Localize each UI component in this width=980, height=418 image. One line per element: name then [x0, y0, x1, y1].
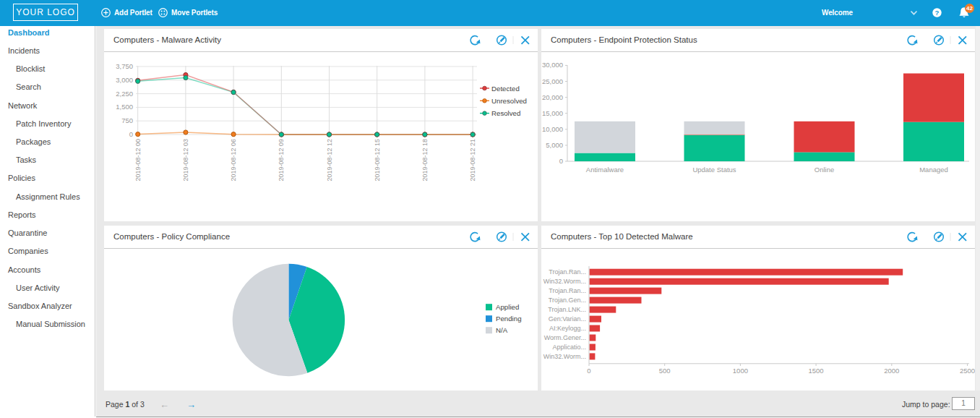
- svg-text:3,750: 3,750: [116, 62, 133, 70]
- svg-text:Antimalware: Antimalware: [586, 166, 624, 174]
- svg-text:Worm.Gener...: Worm.Gener...: [544, 334, 586, 341]
- svg-text:25,000: 25,000: [542, 77, 563, 85]
- svg-text:2019-08-12 00: 2019-08-12 00: [134, 139, 142, 182]
- svg-text:0: 0: [587, 367, 590, 375]
- svg-text:2019-08-12 09: 2019-08-12 09: [278, 139, 285, 182]
- svg-text:1,500: 1,500: [116, 103, 133, 111]
- svg-text:0: 0: [129, 130, 133, 138]
- svg-text:Unresolved: Unresolved: [491, 97, 527, 105]
- svg-text:Trojan.Gen...: Trojan.Gen...: [549, 297, 586, 304]
- svg-text:5,000: 5,000: [546, 141, 563, 149]
- svg-text:Trojan.Ran...: Trojan.Ran...: [549, 287, 586, 294]
- svg-text:Applied: Applied: [496, 303, 519, 311]
- svg-text:N/A: N/A: [496, 326, 508, 334]
- svg-text:15,000: 15,000: [542, 109, 563, 117]
- svg-text:Pending: Pending: [496, 315, 522, 323]
- svg-text:2019-08-12 12: 2019-08-12 12: [326, 139, 333, 182]
- svg-text:1000: 1000: [733, 367, 748, 375]
- svg-text:Gen:Varian...: Gen:Varian...: [549, 315, 586, 323]
- svg-text:Trojan.LNK...: Trojan.LNK...: [548, 306, 586, 313]
- svg-text:?: ?: [935, 9, 940, 17]
- svg-text:Trojan.Ran...: Trojan.Ran...: [549, 268, 586, 276]
- svg-text:AI:Keylogg...: AI:Keylogg...: [549, 325, 586, 332]
- svg-text:2000: 2000: [884, 367, 899, 375]
- svg-text:2,250: 2,250: [116, 90, 133, 98]
- svg-text:30,000: 30,000: [542, 61, 563, 69]
- svg-text:Resolved: Resolved: [491, 109, 520, 117]
- svg-text:Update Status: Update Status: [692, 166, 736, 174]
- svg-text:2019-08-12 06: 2019-08-12 06: [230, 139, 237, 182]
- svg-text:750: 750: [121, 116, 133, 124]
- svg-text:500: 500: [659, 367, 671, 375]
- svg-text:2019-08-12 21: 2019-08-12 21: [469, 139, 476, 182]
- svg-text:Detected: Detected: [491, 85, 520, 93]
- svg-text:1500: 1500: [809, 367, 824, 375]
- svg-text:2019-08-12 03: 2019-08-12 03: [182, 139, 189, 182]
- svg-text:10,000: 10,000: [542, 125, 563, 133]
- svg-text:2019-08-12 18: 2019-08-12 18: [421, 139, 429, 182]
- svg-text:2019-08-12 15: 2019-08-12 15: [374, 139, 381, 182]
- svg-text:Win32.Worm...: Win32.Worm...: [543, 278, 586, 285]
- svg-text:Managed: Managed: [919, 166, 948, 174]
- svg-text:Win32.Worm...: Win32.Worm...: [543, 353, 586, 360]
- svg-text:3,000: 3,000: [116, 76, 133, 84]
- svg-text:Online: Online: [814, 166, 834, 174]
- svg-text:20,000: 20,000: [542, 93, 563, 101]
- svg-text:0: 0: [559, 157, 563, 165]
- svg-text:Applicatio...: Applicatio...: [552, 344, 586, 351]
- svg-text:2500: 2500: [960, 367, 975, 375]
